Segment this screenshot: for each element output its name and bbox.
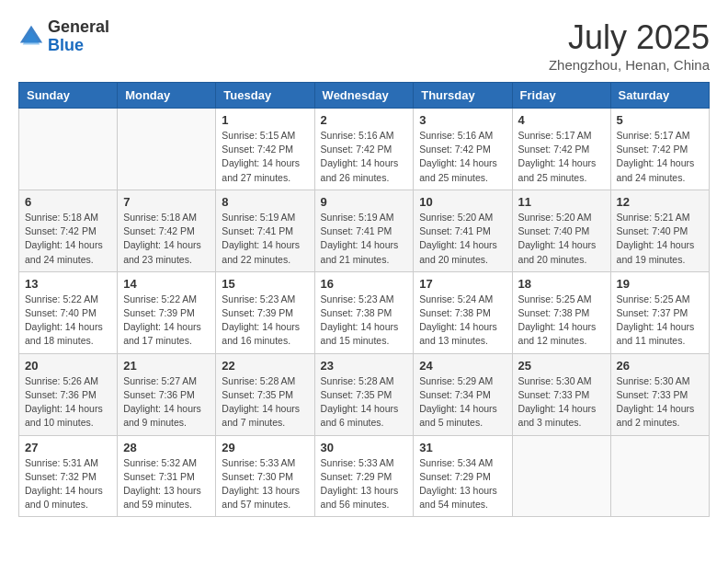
day-info: Sunrise: 5:23 AMSunset: 7:39 PMDaylight:… xyxy=(222,293,308,349)
calendar-cell: 7Sunrise: 5:18 AMSunset: 7:42 PMDaylight… xyxy=(118,190,216,271)
day-info: Sunrise: 5:28 AMSunset: 7:35 PMDaylight:… xyxy=(222,374,308,431)
calendar-cell: 16Sunrise: 5:23 AMSunset: 7:38 PMDayligh… xyxy=(314,271,414,353)
day-number: 15 xyxy=(222,277,308,291)
calendar-cell: 26Sunrise: 5:30 AMSunset: 7:33 PMDayligh… xyxy=(610,353,709,435)
logo-text: General Blue xyxy=(48,18,109,55)
day-number: 13 xyxy=(25,277,111,291)
day-number: 1 xyxy=(222,113,308,127)
calendar-cell: 18Sunrise: 5:25 AMSunset: 7:38 PMDayligh… xyxy=(512,271,610,353)
day-number: 3 xyxy=(419,113,506,127)
day-info: Sunrise: 5:30 AMSunset: 7:33 PMDaylight:… xyxy=(617,374,703,431)
calendar-cell: 8Sunrise: 5:19 AMSunset: 7:41 PMDaylight… xyxy=(216,190,314,271)
day-info: Sunrise: 5:25 AMSunset: 7:37 PMDaylight:… xyxy=(617,293,703,349)
day-info: Sunrise: 5:18 AMSunset: 7:42 PMDaylight:… xyxy=(25,211,111,267)
calendar-cell: 10Sunrise: 5:20 AMSunset: 7:41 PMDayligh… xyxy=(414,190,512,271)
day-number: 11 xyxy=(518,195,605,209)
calendar-cell: 1Sunrise: 5:15 AMSunset: 7:42 PMDaylight… xyxy=(216,109,314,190)
title-block: July 2025 Zhengzhou, Henan, China xyxy=(549,18,710,73)
week-row-5: 27Sunrise: 5:31 AMSunset: 7:32 PMDayligh… xyxy=(19,435,710,517)
day-number: 23 xyxy=(321,359,408,373)
day-number: 4 xyxy=(518,113,605,127)
day-info: Sunrise: 5:32 AMSunset: 7:31 PMDaylight:… xyxy=(123,456,210,512)
day-number: 16 xyxy=(321,277,408,291)
calendar-cell: 13Sunrise: 5:22 AMSunset: 7:40 PMDayligh… xyxy=(19,271,118,353)
day-info: Sunrise: 5:19 AMSunset: 7:41 PMDaylight:… xyxy=(321,211,408,267)
week-row-2: 6Sunrise: 5:18 AMSunset: 7:42 PMDaylight… xyxy=(19,190,710,271)
day-number: 7 xyxy=(123,195,210,209)
page-header: General Blue July 2025 Zhengzhou, Henan,… xyxy=(18,18,710,73)
weekday-header-thursday: Thursday xyxy=(414,83,512,109)
day-number: 26 xyxy=(617,359,703,373)
calendar-cell: 5Sunrise: 5:17 AMSunset: 7:42 PMDaylight… xyxy=(610,109,709,190)
day-info: Sunrise: 5:28 AMSunset: 7:35 PMDaylight:… xyxy=(321,374,408,431)
day-number: 22 xyxy=(222,359,308,373)
day-number: 28 xyxy=(123,441,210,454)
day-info: Sunrise: 5:16 AMSunset: 7:42 PMDaylight:… xyxy=(419,129,506,185)
day-number: 10 xyxy=(419,195,506,209)
day-info: Sunrise: 5:20 AMSunset: 7:40 PMDaylight:… xyxy=(518,211,605,267)
logo: General Blue xyxy=(18,18,109,55)
calendar-cell: 6Sunrise: 5:18 AMSunset: 7:42 PMDaylight… xyxy=(19,190,118,271)
day-info: Sunrise: 5:25 AMSunset: 7:38 PMDaylight:… xyxy=(518,293,605,349)
calendar-cell: 27Sunrise: 5:31 AMSunset: 7:32 PMDayligh… xyxy=(19,435,118,517)
day-info: Sunrise: 5:18 AMSunset: 7:42 PMDaylight:… xyxy=(123,211,210,267)
day-info: Sunrise: 5:26 AMSunset: 7:36 PMDaylight:… xyxy=(25,374,111,431)
logo-icon xyxy=(18,24,44,50)
day-number: 8 xyxy=(222,195,308,209)
day-number: 9 xyxy=(321,195,408,209)
day-info: Sunrise: 5:27 AMSunset: 7:36 PMDaylight:… xyxy=(123,374,210,431)
week-row-1: 1Sunrise: 5:15 AMSunset: 7:42 PMDaylight… xyxy=(19,109,710,190)
day-number: 30 xyxy=(321,441,408,454)
calendar-cell: 20Sunrise: 5:26 AMSunset: 7:36 PMDayligh… xyxy=(19,353,118,435)
calendar-cell: 28Sunrise: 5:32 AMSunset: 7:31 PMDayligh… xyxy=(118,435,216,517)
weekday-header-friday: Friday xyxy=(512,83,610,109)
day-number: 6 xyxy=(25,195,111,209)
day-number: 5 xyxy=(617,113,703,127)
day-number: 20 xyxy=(25,359,111,373)
day-info: Sunrise: 5:17 AMSunset: 7:42 PMDaylight:… xyxy=(518,129,605,185)
day-number: 19 xyxy=(617,277,703,291)
weekday-header-sunday: Sunday xyxy=(19,83,118,109)
day-number: 2 xyxy=(321,113,408,127)
day-number: 17 xyxy=(419,277,506,291)
calendar-cell: 25Sunrise: 5:30 AMSunset: 7:33 PMDayligh… xyxy=(512,353,610,435)
calendar-cell: 22Sunrise: 5:28 AMSunset: 7:35 PMDayligh… xyxy=(216,353,314,435)
calendar-cell xyxy=(19,109,118,190)
day-info: Sunrise: 5:17 AMSunset: 7:42 PMDaylight:… xyxy=(617,129,703,185)
calendar-cell: 15Sunrise: 5:23 AMSunset: 7:39 PMDayligh… xyxy=(216,271,314,353)
calendar-cell: 2Sunrise: 5:16 AMSunset: 7:42 PMDaylight… xyxy=(314,109,414,190)
day-number: 29 xyxy=(222,441,308,454)
day-info: Sunrise: 5:24 AMSunset: 7:38 PMDaylight:… xyxy=(419,293,506,349)
calendar-table: SundayMondayTuesdayWednesdayThursdayFrid… xyxy=(18,82,710,517)
calendar-cell: 11Sunrise: 5:20 AMSunset: 7:40 PMDayligh… xyxy=(512,190,610,271)
calendar-cell: 23Sunrise: 5:28 AMSunset: 7:35 PMDayligh… xyxy=(314,353,414,435)
day-info: Sunrise: 5:19 AMSunset: 7:41 PMDaylight:… xyxy=(222,211,308,267)
calendar-cell: 30Sunrise: 5:33 AMSunset: 7:29 PMDayligh… xyxy=(314,435,414,517)
day-info: Sunrise: 5:21 AMSunset: 7:40 PMDaylight:… xyxy=(617,211,703,267)
calendar-cell: 19Sunrise: 5:25 AMSunset: 7:37 PMDayligh… xyxy=(610,271,709,353)
day-info: Sunrise: 5:16 AMSunset: 7:42 PMDaylight:… xyxy=(321,129,408,185)
logo-general-text: General xyxy=(48,18,109,37)
calendar-cell xyxy=(512,435,610,517)
day-number: 24 xyxy=(419,359,506,373)
day-info: Sunrise: 5:34 AMSunset: 7:29 PMDaylight:… xyxy=(419,456,506,512)
day-info: Sunrise: 5:30 AMSunset: 7:33 PMDaylight:… xyxy=(518,374,605,431)
location-text: Zhengzhou, Henan, China xyxy=(549,57,710,73)
day-info: Sunrise: 5:23 AMSunset: 7:38 PMDaylight:… xyxy=(321,293,408,349)
weekday-header-tuesday: Tuesday xyxy=(216,83,314,109)
calendar-cell: 3Sunrise: 5:16 AMSunset: 7:42 PMDaylight… xyxy=(414,109,512,190)
calendar-cell xyxy=(118,109,216,190)
day-info: Sunrise: 5:29 AMSunset: 7:34 PMDaylight:… xyxy=(419,374,506,431)
day-info: Sunrise: 5:22 AMSunset: 7:40 PMDaylight:… xyxy=(25,293,111,349)
calendar-cell xyxy=(610,435,709,517)
calendar-cell: 4Sunrise: 5:17 AMSunset: 7:42 PMDaylight… xyxy=(512,109,610,190)
calendar-cell: 24Sunrise: 5:29 AMSunset: 7:34 PMDayligh… xyxy=(414,353,512,435)
logo-blue-text: Blue xyxy=(48,37,109,55)
calendar-cell: 21Sunrise: 5:27 AMSunset: 7:36 PMDayligh… xyxy=(118,353,216,435)
week-row-3: 13Sunrise: 5:22 AMSunset: 7:40 PMDayligh… xyxy=(19,271,710,353)
calendar-cell: 9Sunrise: 5:19 AMSunset: 7:41 PMDaylight… xyxy=(314,190,414,271)
day-info: Sunrise: 5:33 AMSunset: 7:30 PMDaylight:… xyxy=(222,456,308,512)
day-info: Sunrise: 5:33 AMSunset: 7:29 PMDaylight:… xyxy=(321,456,408,512)
day-number: 18 xyxy=(518,277,605,291)
day-info: Sunrise: 5:20 AMSunset: 7:41 PMDaylight:… xyxy=(419,211,506,267)
